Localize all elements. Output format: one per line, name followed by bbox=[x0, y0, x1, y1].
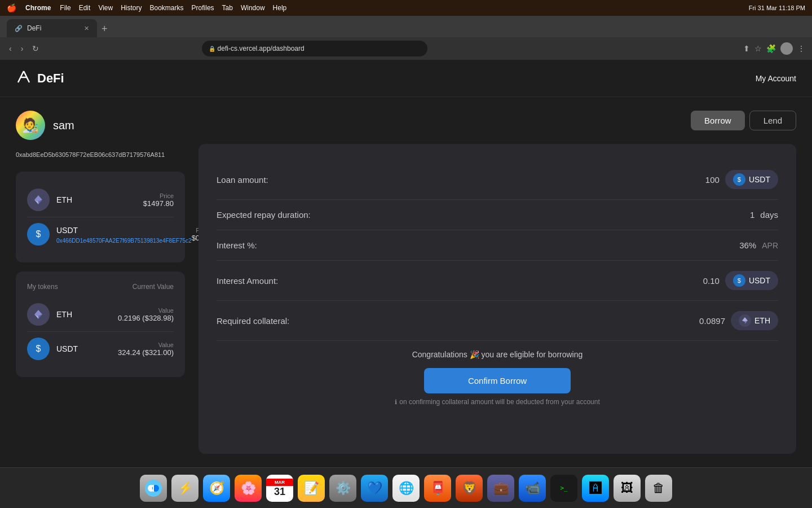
interest-amount-label: Interest Amount: bbox=[217, 276, 703, 286]
main-layout: 🧑‍🎨 sam 0xabd8EeD5b630578F72eEB06c637dB7… bbox=[0, 97, 812, 467]
dock-settings[interactable]: ⚙️ bbox=[329, 475, 356, 502]
my-tokens-card: My tokens Current Value ETH Value 0.2196… bbox=[16, 271, 185, 377]
extensions-icon[interactable]: 🧩 bbox=[766, 44, 776, 53]
menu-tab[interactable]: Tab bbox=[222, 4, 233, 12]
dock-postman[interactable]: 📮 bbox=[424, 475, 451, 502]
tab-title: DeFi bbox=[27, 24, 41, 32]
menu-items: File Edit View History Bookmarks Profile… bbox=[60, 4, 286, 12]
mac-dock: ⚡ 🧭 🌸 MAR 31 📝 ⚙️ 💙 🌐 📮 🦁 💼 📹 >_ 🅰 🖼 🗑 bbox=[0, 467, 812, 508]
dock-preview[interactable]: 🖼 bbox=[614, 475, 641, 502]
loan-amount-number: 100 bbox=[705, 175, 720, 185]
interest-token-badge-icon: $ bbox=[733, 274, 745, 287]
my-eth-value: Value 0.2196 ($328.98) bbox=[118, 307, 174, 322]
tab-close-button[interactable]: ✕ bbox=[84, 25, 89, 32]
repay-duration-value-group: 1 days bbox=[750, 210, 778, 220]
browser-tab[interactable]: 🔗 DeFi ✕ bbox=[7, 19, 97, 37]
loan-amount-row: Loan amount: 100 $ USDT bbox=[217, 160, 778, 200]
interest-amount-row: Interest Amount: 0.10 $ USDT bbox=[217, 261, 778, 301]
back-button[interactable]: ‹ bbox=[7, 43, 14, 54]
interest-row: Interest %: 36% APR bbox=[217, 230, 778, 261]
dock-launchpad[interactable]: ⚡ bbox=[171, 475, 198, 502]
dock-photos[interactable]: 🌸 bbox=[235, 475, 262, 502]
menu-view[interactable]: View bbox=[98, 4, 113, 12]
interest-percent: 36% bbox=[739, 240, 756, 250]
share-icon[interactable]: ⬆ bbox=[743, 44, 750, 53]
collateral-label: Required collateral: bbox=[217, 316, 699, 326]
my-eth-value-amount: 0.2196 ($328.98) bbox=[118, 314, 174, 322]
dock-brave[interactable]: 🦁 bbox=[456, 475, 483, 502]
my-usdt-icon: $ bbox=[27, 338, 50, 360]
menu-bookmarks[interactable]: Bookmarks bbox=[150, 4, 184, 12]
borrow-tab[interactable]: Borrow bbox=[691, 111, 745, 130]
confirm-borrow-button[interactable]: Confirm Borrow bbox=[424, 368, 571, 393]
refresh-button[interactable]: ↻ bbox=[30, 43, 41, 54]
loan-amount-value-group: 100 $ USDT bbox=[705, 170, 778, 189]
menu-file[interactable]: File bbox=[60, 4, 70, 12]
menu-icon[interactable]: ⋮ bbox=[797, 44, 805, 53]
dock-terminal[interactable]: >_ bbox=[550, 475, 577, 502]
app-logo: DeFi bbox=[16, 69, 64, 87]
dock-finder[interactable] bbox=[140, 475, 167, 502]
interest-amount-value-group: 0.10 $ USDT bbox=[703, 271, 778, 290]
new-tab-button[interactable]: + bbox=[99, 21, 110, 37]
usdt-price-item: $ USDT 0x466DD1e48570FAA2E7f69B75139813e… bbox=[27, 217, 174, 251]
right-panel: Borrow Lend Loan amount: 100 $ USDT bbox=[198, 111, 796, 454]
dock-calendar[interactable]: MAR 31 bbox=[266, 475, 293, 502]
apple-menu[interactable]: 🍎 bbox=[7, 3, 16, 12]
lend-tab[interactable]: Lend bbox=[749, 111, 796, 130]
my-usdt-value: Value 324.24 ($321.00) bbox=[118, 341, 174, 357]
eth-price-item: ETH Price $1497.80 bbox=[27, 183, 174, 217]
interest-value-group: 36% APR bbox=[739, 240, 778, 250]
tokens-header-label: My tokens bbox=[27, 283, 58, 291]
eligibility-message: Congratulations 🎉 you are eligible for b… bbox=[217, 341, 778, 364]
dock-teams[interactable]: 💼 bbox=[487, 475, 514, 502]
wallet-address: 0xabd8EeD5b630578F72eEB06c637dB7179576A8… bbox=[16, 151, 185, 158]
interest-label: Interest %: bbox=[217, 240, 739, 250]
profile-icon[interactable] bbox=[780, 42, 793, 55]
repay-duration-unit: days bbox=[760, 210, 778, 220]
menu-edit[interactable]: Edit bbox=[79, 4, 91, 12]
dock-notes[interactable]: 📝 bbox=[298, 475, 325, 502]
usdt-label: USDT bbox=[56, 226, 78, 235]
loan-token-badge[interactable]: $ USDT bbox=[725, 170, 778, 189]
my-account-link[interactable]: My Account bbox=[756, 74, 796, 83]
interest-apr-label: APR bbox=[762, 241, 778, 250]
menu-window[interactable]: Window bbox=[241, 4, 265, 12]
menu-profiles[interactable]: Profiles bbox=[192, 4, 214, 12]
app-content: DeFi My Account 🧑‍🎨 sam 0xabd8EeD5b63057… bbox=[0, 60, 812, 467]
dock-zoom[interactable]: 📹 bbox=[519, 475, 546, 502]
bookmark-icon[interactable]: ☆ bbox=[754, 44, 762, 53]
repay-duration-number: 1 bbox=[750, 210, 754, 220]
tokens-header: My tokens Current Value bbox=[27, 283, 174, 291]
toolbar-icons: ⬆ ☆ 🧩 ⋮ bbox=[743, 42, 805, 55]
forward-button[interactable]: › bbox=[19, 43, 26, 54]
dock-safari[interactable]: 🧭 bbox=[203, 475, 230, 502]
repay-duration-label: Expected repay duration: bbox=[217, 210, 750, 220]
mac-menubar: 🍎 Chrome File Edit View History Bookmark… bbox=[0, 0, 812, 16]
collateral-token-badge[interactable]: ETH bbox=[731, 311, 778, 330]
dock-appstore[interactable]: 🅰 bbox=[582, 475, 609, 502]
dock-chrome[interactable]: 🌐 bbox=[392, 475, 420, 502]
borrow-lend-toggle: Borrow Lend bbox=[198, 111, 796, 130]
collateral-note: ℹ on confirming collateral amount will b… bbox=[217, 398, 778, 406]
eth-price-info: Price $1497.80 bbox=[143, 192, 174, 208]
collateral-number: 0.0897 bbox=[699, 316, 725, 326]
dock-vscode[interactable]: 💙 bbox=[361, 475, 388, 502]
my-eth-label: ETH bbox=[56, 310, 72, 319]
borrow-form-card: Loan amount: 100 $ USDT Expected repay d… bbox=[198, 144, 796, 454]
menu-help[interactable]: Help bbox=[273, 4, 287, 12]
my-usdt-value-label: Value bbox=[118, 341, 174, 348]
menu-history[interactable]: History bbox=[121, 4, 142, 12]
app-menu[interactable]: Chrome bbox=[25, 4, 51, 12]
interest-token-badge-label: USDT bbox=[749, 276, 770, 285]
url-bar[interactable]: 🔒 defi-cs.vercel.app/dashboard bbox=[202, 41, 427, 56]
repay-duration-row: Expected repay duration: 1 days bbox=[217, 200, 778, 230]
logo-icon bbox=[16, 69, 32, 87]
interest-amount-number: 0.10 bbox=[703, 276, 720, 286]
my-usdt-label: USDT bbox=[56, 344, 78, 353]
usdt-address[interactable]: 0x466DD1e48570FAA2E7f69B75139813e4F8EF75… bbox=[56, 238, 192, 244]
dock-trash[interactable]: 🗑 bbox=[645, 475, 672, 502]
interest-token-badge[interactable]: $ USDT bbox=[725, 271, 778, 290]
token-prices-card: ETH Price $1497.80 $ USDT 0x466DD1e48570… bbox=[16, 172, 185, 262]
browser-chrome: 🔗 DeFi ✕ + ‹ › ↻ 🔒 defi-cs.vercel.app/da… bbox=[0, 16, 812, 60]
